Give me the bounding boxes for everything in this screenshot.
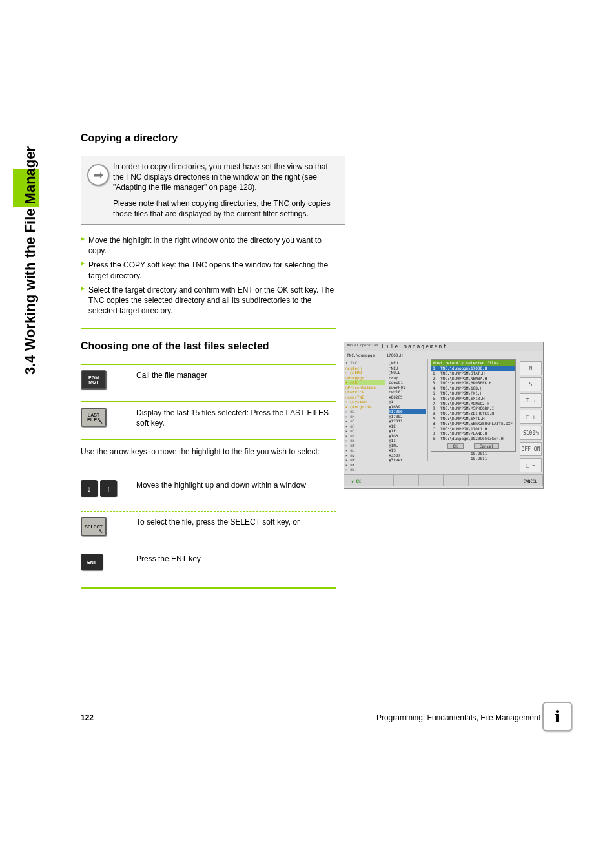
file-item[interactable]: ▤1I — [389, 438, 426, 443]
file-item[interactable]: ▤1GB — [389, 433, 426, 439]
tree-item[interactable]: ▸ ≡H: — [345, 414, 385, 419]
sk-blank[interactable] — [444, 475, 469, 486]
info-box: ➡ In order to copy directories, you must… — [81, 156, 345, 225]
file-item[interactable]: ▤1S — [389, 448, 426, 453]
file-item[interactable]: ⧉work01 — [389, 385, 426, 390]
right-button[interactable]: T ↔ — [520, 393, 542, 408]
popup-row[interactable]: B:TNC:\DUMPPGM\WERKZEUGPLATTE.DXF — [431, 421, 515, 426]
popup-row[interactable]: 1:TNC:\DUMPPGM\STAT.H — [431, 371, 515, 376]
file-item[interactable]: ▢NEU — [389, 360, 426, 366]
popup-row[interactable]: D:TNC:\DUMPPGM\PLANE.H — [431, 431, 515, 436]
popup-ok-button[interactable]: OK — [447, 443, 464, 449]
right-button[interactable]: □ − — [520, 458, 542, 472]
popup-cancel-button[interactable]: Cancel — [474, 443, 500, 449]
tree-item[interactable]: ▢service — [345, 390, 385, 395]
tree-item[interactable]: ▸ ≡T: — [345, 443, 385, 448]
last-files-softkey[interactable]: LAST FILES ↖ — [81, 408, 107, 427]
step-text: Press the ENT key — [136, 554, 336, 564]
right-button[interactable]: OFF ON — [520, 442, 542, 456]
right-button[interactable]: S — [520, 377, 542, 391]
sk-cancel[interactable]: CANCEL — [518, 475, 544, 486]
file-item[interactable]: ⧉cap — [389, 375, 426, 381]
key-label: PGM — [81, 375, 106, 380]
ent-key[interactable]: ENT — [81, 554, 103, 570]
file-item[interactable]: ▤1NL — [389, 443, 426, 448]
right-button[interactable]: S100% — [520, 426, 542, 440]
tree-item[interactable]: ▸ ▢DEMO — [345, 370, 385, 375]
tree-item[interactable]: ▸ ≡O: — [345, 419, 385, 424]
sk-blank[interactable] — [419, 475, 444, 486]
popup-row[interactable]: 5:TNC:\DUMPPGM\FK1.H — [431, 391, 515, 396]
popup-row[interactable]: 7:TNC:\DUMPPGM\MONEO2.H — [431, 401, 515, 406]
file-item[interactable]: ⧉wzl01 — [389, 390, 426, 395]
sp-path-top: 17000.H — [386, 353, 402, 357]
file-item[interactable]: ▤00265 — [389, 395, 426, 400]
popup-row[interactable]: 9:TNC:\DUMPPGM\ZEIHOTEB.H — [431, 411, 515, 416]
sp-path: TNC:\dumppgm 17000.H — [344, 351, 543, 359]
tree-item[interactable]: ▸ ≡Q: — [345, 428, 385, 433]
popup-row[interactable]: 3:TNC:\DUMPPGM\BR08EFK.H — [431, 381, 515, 386]
info-icon-wrap: ➡ — [83, 162, 113, 219]
info-p1: In order to copy directories, you must h… — [113, 162, 338, 193]
steps: PGM MGT Call the file manager LAST FILES… — [81, 364, 336, 589]
file-item[interactable]: ▢NEU — [389, 366, 426, 371]
file-item[interactable]: ▤17002 — [389, 414, 426, 419]
tree-item[interactable]: ▸ ≡R: — [345, 433, 385, 439]
file-item[interactable]: ▤1639 — [389, 404, 426, 410]
bulleted-list: Move the highlight in the right window o… — [81, 235, 336, 329]
tree-item[interactable]: ▾ TNC: — [345, 360, 385, 366]
step-text: To select the file, press the SELECT sof… — [136, 517, 336, 527]
tree-item[interactable]: ▸ ▢system — [345, 399, 385, 404]
file-item[interactable]: ⧉deu01 — [389, 380, 426, 385]
tree-item[interactable]: ▸ ≡W: — [345, 457, 385, 463]
popup-row[interactable]: 6:TNC:\DUMPPGM\EX18.H — [431, 396, 515, 401]
arrow-up-key[interactable]: ↑ — [100, 480, 117, 497]
tree-item[interactable]: ▸ ≡V: — [345, 453, 385, 458]
info-icon: i — [542, 702, 572, 731]
file-item[interactable]: ▤3teet — [389, 457, 426, 463]
sk-blank[interactable] — [394, 475, 419, 486]
file-item[interactable]: ▢NULL — [389, 370, 426, 375]
file-item[interactable]: ▤3507 — [389, 453, 426, 458]
right-button[interactable]: M — [520, 361, 542, 375]
file-item[interactable]: ▤17000 — [389, 409, 426, 414]
sk-ok[interactable]: ✔ OK — [344, 475, 369, 486]
tree-item[interactable]: ▢dumppgm — [345, 375, 385, 381]
file-item[interactable]: ▤1F — [389, 428, 426, 433]
file-item[interactable]: ▤1E — [389, 424, 426, 429]
tree-item[interactable]: ▢smarTNC — [345, 395, 385, 400]
sp-files: ▢NEU▢NEU▢NULL⧉cap⧉deu01⧉work01⧉wzl01▤002… — [387, 359, 428, 461]
popup-row[interactable]: 2:TNC:\DUMPPGM\NEMBA.H — [431, 376, 515, 381]
sk-blank[interactable] — [369, 475, 395, 486]
tree-item[interactable]: ▢cgtech — [345, 366, 385, 371]
tree-item[interactable]: ▸ ≡X: — [345, 463, 385, 468]
tree-item[interactable]: ▸ ≡S: — [345, 438, 385, 443]
tree-item[interactable]: ▸ ≡Z: — [345, 467, 385, 472]
popup-row[interactable]: 0:TNC:\dumppgm\17000.H — [431, 366, 515, 371]
sk-blank[interactable] — [493, 475, 518, 486]
pgm-mgt-key[interactable]: PGM MGT — [81, 370, 107, 390]
popup-row[interactable]: 4:TNC:\DUMPPGM\1GB.H — [431, 386, 515, 391]
popup-row[interactable]: 8:TNC:\DUMPPGM\MSPROGRM.I — [431, 406, 515, 411]
tree-item[interactable]: ▸ ≡U: — [345, 448, 385, 453]
step-text: Call the file manager — [136, 370, 336, 381]
sp-header: Manual operation File management — [344, 342, 543, 351]
file-item[interactable]: ▤17011 — [389, 419, 426, 424]
popup-row[interactable]: C:TNC:\DUMPPGM\17011.H — [431, 426, 515, 432]
sp-popup: Most recently selected files 0:TNC:\dump… — [431, 359, 516, 452]
tree-item[interactable]: ▸ ≡P: — [345, 424, 385, 429]
select-softkey[interactable]: SELECT ↖ — [81, 517, 107, 536]
tree-item[interactable]: ▸ ▢NK — [345, 380, 385, 385]
file-item[interactable]: ▤1 — [389, 399, 426, 404]
popup-row[interactable]: E:TNC:\dumppgm\002090503Gen.H — [431, 436, 515, 441]
sk-blank[interactable] — [469, 475, 494, 486]
tree-item[interactable]: ▸ ≡C: — [345, 409, 385, 414]
sp-softkey-bar: ✔ OK CANCEL — [344, 474, 543, 486]
arrow-down-key[interactable]: ↓ — [81, 480, 98, 497]
date-cell: 10.2011 ----- — [471, 451, 516, 456]
tree-item[interactable]: ▸ ▢tncguide — [345, 404, 385, 410]
sp-main: 10.2011 -----10.2011 -----10.2011 -S---1… — [428, 359, 518, 461]
tree-item[interactable]: ▢Presentation — [345, 385, 385, 390]
popup-row[interactable]: A:TNC:\DUMPPGM\EXT1.H — [431, 416, 515, 421]
right-button[interactable]: □ + — [520, 410, 542, 424]
